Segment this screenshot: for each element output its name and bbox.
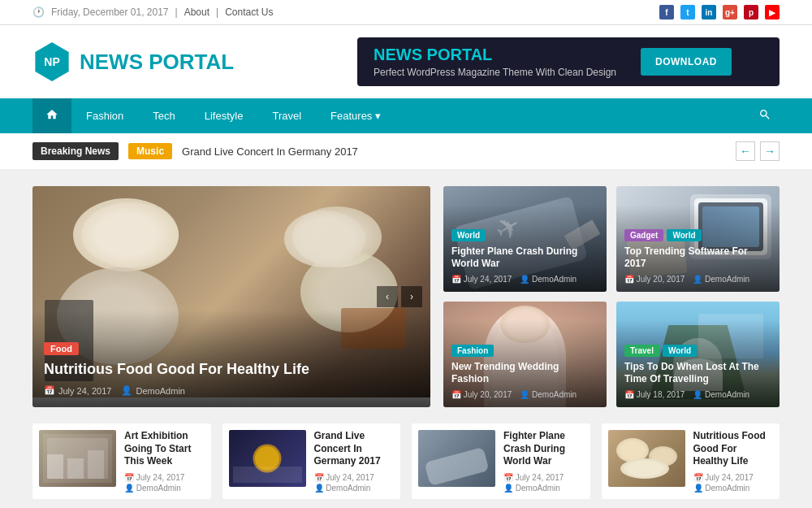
grid-card-2: Gadget World Top Trending Software For 2… — [616, 186, 780, 292]
download-button[interactable]: DOWNLOAD — [641, 48, 732, 76]
about-link[interactable]: About — [184, 7, 209, 18]
featured-author: 👤 DemoAdmin — [121, 385, 185, 396]
featured-prev[interactable]: ‹ — [377, 286, 398, 307]
user-icon: 👤 — [121, 385, 132, 396]
bottom-title-2[interactable]: Grand Live Concert In Germany 2017 — [314, 430, 395, 468]
banner-subtitle: Perfect WordPress Magazine Theme With Cl… — [374, 67, 616, 78]
bottom-meta-4: 📅 July 24, 2017 — [693, 473, 774, 482]
bottom-meta-3: 📅 July 24, 2017 — [503, 473, 584, 482]
bottom-title-1[interactable]: Art Exhibition Going To Start This Week — [124, 430, 205, 468]
grid-title-3[interactable]: New Trending Wedding Fashion — [451, 361, 598, 386]
banner-ad-text: NEWS PORTAL Perfect WordPress Magazine T… — [374, 46, 616, 78]
bottom-card-3: Fighter Plane Crash During World War 📅 J… — [412, 423, 590, 499]
top-bar-left: 🕐 Friday, December 01, 2017 | About | Co… — [32, 7, 273, 18]
grid-articles: World Fighter Plane Crash During World W… — [443, 186, 780, 407]
header: NP NEWS PORTAL NEWS PORTAL Perfect WordP… — [0, 25, 812, 98]
bottom-thumb-2 — [229, 430, 306, 487]
food-thumb — [608, 430, 685, 487]
bottom-card-1: Art Exhibition Going To Start This Week … — [32, 423, 211, 499]
grid-meta-3: 📅 July 20, 2017 👤 DemoAdmin — [451, 390, 598, 399]
grid-title-1[interactable]: Fighter Plane Crash During World War — [451, 245, 598, 271]
grid-overlay-2: Gadget World Top Trending Software For 2… — [616, 205, 780, 292]
bottom-info-3: Fighter Plane Crash During World War 📅 J… — [503, 430, 584, 493]
logo[interactable]: NP NEWS PORTAL — [32, 42, 234, 81]
world-tag-3: World — [663, 345, 697, 357]
logo-icon: NP — [32, 42, 71, 81]
fashion-tag: Fashion — [451, 345, 494, 357]
nav-features[interactable]: Features ▾ — [316, 100, 395, 132]
search-icon[interactable] — [750, 100, 780, 132]
breaking-text: Grand Live Concert In Germany 2017 — [182, 145, 726, 158]
bottom-card-4: Nutritious Food Good For Healthy Life 📅 … — [602, 423, 780, 499]
world-tag-2: World — [667, 229, 701, 241]
nav-lifestyle[interactable]: Lifestyle — [190, 100, 258, 132]
top-bar: 🕐 Friday, December 01, 2017 | About | Co… — [0, 0, 812, 25]
divider: | — [175, 7, 178, 18]
twitter-icon[interactable]: t — [680, 5, 695, 20]
grid-title-2[interactable]: Top Trending Software For 2017 — [624, 245, 771, 271]
featured-nav: ‹ › — [377, 286, 422, 307]
googleplus-icon[interactable]: g+ — [723, 5, 737, 20]
clock-icon: 🕐 — [32, 7, 45, 18]
main-content: ‹ › Food Nutritious Food Good For Health… — [0, 170, 812, 423]
bottom-meta-1: 📅 July 24, 2017 — [124, 473, 205, 482]
banner-title: NEWS PORTAL — [374, 46, 616, 64]
grid-meta-2: 📅 July 20, 2017 👤 DemoAdmin — [624, 275, 771, 284]
breaking-label: Breaking News — [32, 142, 119, 160]
bottom-cards: Art Exhibition Going To Start This Week … — [0, 423, 812, 508]
bottom-author-4: 👤 DemoAdmin — [693, 484, 774, 493]
nav-home[interactable] — [32, 98, 71, 133]
plane-thumb — [418, 430, 495, 487]
featured-meta: 📅 July 24, 2017 👤 DemoAdmin — [44, 385, 419, 396]
breaking-news-bar: Breaking News Music Grand Live Concert I… — [0, 133, 812, 170]
nav-travel[interactable]: Travel — [257, 100, 316, 132]
nav-items: Fashion Tech Lifestyle Travel Features ▾ — [32, 98, 395, 133]
youtube-icon[interactable]: ▶ — [765, 5, 780, 20]
bottom-title-3[interactable]: Fighter Plane Crash During World War — [503, 430, 584, 468]
grid-tags-2: Gadget World — [624, 229, 771, 241]
art-thumb — [39, 430, 116, 487]
nav-tech[interactable]: Tech — [138, 100, 189, 132]
featured-title[interactable]: Nutritious Food Good For Healthy Life — [44, 360, 419, 379]
grid-meta-4: 📅 July 18, 2017 👤 DemoAdmin — [624, 390, 771, 399]
bottom-thumb-4 — [608, 430, 685, 487]
featured-overlay: Food Nutritious Food Good For Healthy Li… — [32, 310, 430, 407]
facebook-icon[interactable]: f — [659, 5, 674, 20]
bottom-author-2: 👤 DemoAdmin — [314, 484, 395, 493]
grid-overlay-4: Travel World Tips To Do When Lost At The… — [616, 320, 780, 407]
bottom-author-1: 👤 DemoAdmin — [124, 484, 205, 493]
bottom-info-1: Art Exhibition Going To Start This Week … — [124, 430, 205, 493]
linkedin-icon[interactable]: in — [702, 5, 716, 20]
nav-fashion[interactable]: Fashion — [71, 100, 138, 132]
divider2: | — [216, 7, 218, 18]
grid-card-1: World Fighter Plane Crash During World W… — [443, 186, 607, 292]
grid-tags-1: World — [451, 229, 598, 241]
grid-card-3: Fashion New Trending Wedding Fashion 📅 J… — [443, 302, 607, 407]
music-badge: Music — [128, 143, 172, 159]
nav: Fashion Tech Lifestyle Travel Features ▾ — [0, 98, 812, 133]
bottom-title-4[interactable]: Nutritious Food Good For Healthy Life — [693, 430, 774, 468]
bottom-card-2: Grand Live Concert In Germany 2017 📅 Jul… — [222, 423, 401, 499]
bottom-thumb-1 — [39, 430, 116, 487]
pinterest-icon[interactable]: p — [744, 5, 758, 20]
featured-next[interactable]: › — [401, 286, 422, 307]
gadget-tag: Gadget — [624, 229, 663, 241]
featured-tag: Food — [44, 342, 79, 355]
bottom-author-3: 👤 DemoAdmin — [503, 484, 584, 493]
grid-tags-4: Travel World — [624, 345, 771, 357]
bottom-info-2: Grand Live Concert In Germany 2017 📅 Jul… — [314, 430, 395, 493]
grid-overlay-3: Fashion New Trending Wedding Fashion 📅 J… — [443, 320, 607, 407]
breaking-prev[interactable]: ← — [736, 141, 755, 161]
contact-link[interactable]: Contact Us — [225, 7, 273, 18]
logo-text: NEWS PORTAL — [80, 50, 234, 75]
breaking-arrows: ← → — [736, 141, 780, 161]
breaking-next[interactable]: → — [760, 141, 780, 161]
grid-meta-1: 📅 July 24, 2017 👤 DemoAdmin — [451, 275, 598, 284]
featured-article: ‹ › Food Nutritious Food Good For Health… — [32, 186, 430, 407]
grid-title-4[interactable]: Tips To Do When Lost At The Time Of Trav… — [624, 361, 771, 386]
social-icons: f t in g+ p ▶ — [659, 5, 780, 20]
featured-date: 📅 July 24, 2017 — [44, 385, 111, 396]
grid-tags-3: Fashion — [451, 345, 598, 357]
top-date: Friday, December 01, 2017 — [51, 7, 169, 18]
travel-tag: Travel — [624, 345, 659, 357]
